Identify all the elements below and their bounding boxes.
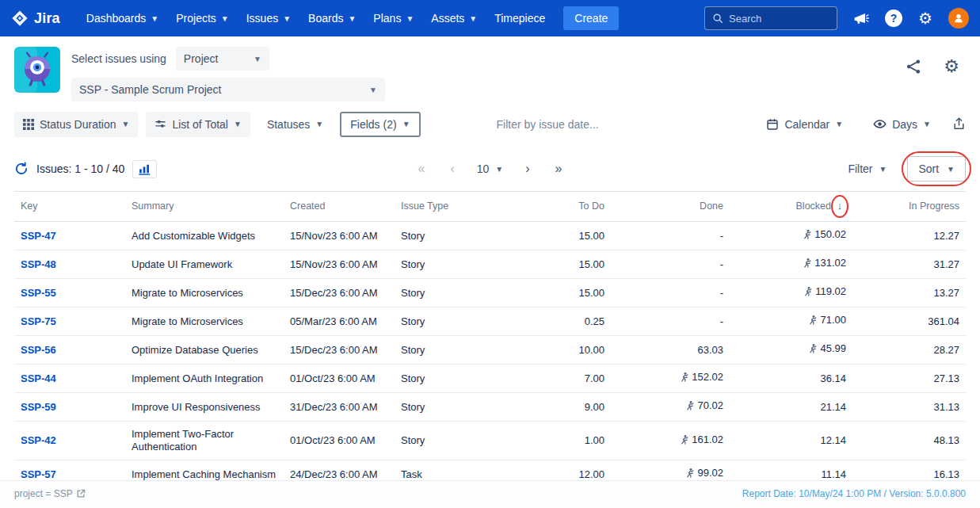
pagination-last-button[interactable]: » — [552, 160, 566, 178]
table-row: SSP-75Migrate to Microservices05/Mar/23 … — [14, 307, 966, 336]
sort-descending-icon[interactable]: ↓ — [833, 200, 846, 212]
pagination: « ‹ 10 ▼ › » — [415, 160, 566, 178]
share-icon — [906, 59, 921, 74]
issue-key-cell: SSP-59 — [14, 393, 125, 422]
issue-key-link[interactable]: SSP-57 — [21, 468, 56, 480]
table-row: SSP-55Migrate to Microservices15/Dec/23 … — [14, 279, 966, 307]
blocked-value: 12.14 — [730, 422, 852, 460]
issue-key-link[interactable]: SSP-48 — [21, 258, 56, 270]
issue-summary: Migrate to Microservices — [125, 279, 284, 307]
project-dropdown[interactable]: SSP - Sample Scrum Project ▼ — [71, 78, 385, 101]
time-unit-dropdown[interactable]: Days ▼ — [864, 111, 940, 137]
issue-key-cell: SSP-75 — [14, 307, 125, 336]
statuses-dropdown[interactable]: Statuses ▼ — [258, 112, 332, 137]
column-header-todo[interactable]: To Do — [478, 192, 611, 222]
issue-key-link[interactable]: SSP-55 — [21, 287, 56, 299]
inprogress-value: 27.13 — [852, 365, 966, 393]
issue-key-link[interactable]: SSP-75 — [21, 315, 56, 327]
create-button[interactable]: Create — [563, 6, 619, 30]
runner-icon — [801, 229, 812, 240]
pagination-next-button[interactable]: › — [522, 160, 532, 178]
view-format-dropdown[interactable]: List of Total ▼ — [146, 112, 250, 137]
done-value: 152.02 — [611, 365, 730, 393]
help-button[interactable]: ? — [885, 10, 902, 27]
report-header: Select issues using Project ▼ SSP - Samp… — [0, 36, 980, 108]
issue-key-link[interactable]: SSP-56 — [21, 344, 56, 356]
nav-item-dashboards[interactable]: Dashboards▼ — [78, 0, 167, 36]
done-value: - — [611, 222, 730, 250]
global-search[interactable] — [704, 6, 837, 30]
issue-date-filter-input[interactable] — [497, 118, 671, 131]
report-type-dropdown[interactable]: Status Duration ▼ — [14, 112, 138, 137]
done-value: - — [611, 307, 730, 336]
issue-summary: Optimize Database Queries — [125, 336, 284, 365]
chart-view-button[interactable] — [132, 160, 157, 178]
issue-key-link[interactable]: SSP-44 — [21, 372, 56, 384]
table-row: SSP-44Implement OAuth Integration01/Oct/… — [14, 365, 966, 393]
column-header-in-progress[interactable]: In Progress — [852, 192, 966, 222]
issue-created: 15/Nov/23 6:00 AM — [284, 222, 395, 250]
pagination-prev-button[interactable]: ‹ — [447, 160, 457, 178]
nav-item-boards[interactable]: Boards▼ — [299, 0, 364, 36]
refresh-icon — [14, 162, 29, 176]
column-header-summary[interactable]: Summary — [125, 192, 284, 222]
issue-created: 01/Oct/23 6:00 AM — [284, 365, 395, 393]
jql-link[interactable]: project = SSP — [14, 488, 86, 499]
done-value: 161.02 — [611, 422, 730, 460]
column-header-done[interactable]: Done — [611, 192, 730, 222]
table-row: SSP-56Optimize Database Queries15/Dec/23… — [14, 336, 966, 365]
fields-dropdown[interactable]: Fields (2) ▼ — [340, 112, 420, 137]
sort-dropdown[interactable]: Sort ▼ — [907, 156, 966, 181]
announcements-button[interactable] — [853, 11, 869, 25]
column-header-blocked[interactable]: Blocked ↓ — [730, 192, 852, 222]
export-button[interactable] — [952, 117, 966, 131]
inprogress-value: 28.27 — [852, 336, 966, 365]
sliders-icon — [154, 118, 166, 130]
avatar — [948, 8, 969, 29]
inprogress-value: 13.27 — [852, 279, 966, 307]
search-input[interactable] — [729, 13, 829, 25]
issue-type: Story — [395, 365, 478, 393]
gear-icon: ⚙ — [944, 58, 959, 75]
issue-key-link[interactable]: SSP-47 — [21, 230, 56, 242]
issue-key-link[interactable]: SSP-59 — [21, 401, 56, 413]
chevron-down-icon: ▼ — [369, 86, 377, 94]
inprogress-value: 12.27 — [852, 222, 966, 250]
issue-source-dropdown[interactable]: Project ▼ — [176, 47, 269, 71]
column-header-key[interactable]: Key — [14, 192, 125, 222]
issue-created: 31/Dec/23 6:00 AM — [284, 393, 395, 422]
pagination-first-button[interactable]: « — [415, 160, 429, 178]
blocked-value: 119.02 — [730, 279, 852, 307]
issues-table: Key Summary Created Issue Type To Do Don… — [14, 191, 966, 508]
issue-type: Story — [395, 307, 478, 336]
page-size-dropdown[interactable]: 10 ▼ — [477, 162, 503, 175]
nav-item-projects[interactable]: Projects▼ — [167, 0, 237, 36]
chevron-down-icon: ▼ — [495, 165, 503, 174]
chevron-down-icon: ▼ — [835, 120, 843, 128]
issue-type: Story — [395, 336, 478, 365]
nav-item-issues[interactable]: Issues▼ — [238, 0, 299, 36]
column-header-issue-type[interactable]: Issue Type — [395, 192, 478, 222]
share-button[interactable] — [906, 59, 921, 74]
nav-item-plans[interactable]: Plans▼ — [364, 0, 422, 36]
refresh-button[interactable] — [14, 162, 29, 176]
profile-button[interactable] — [948, 8, 969, 29]
issue-key-link[interactable]: SSP-42 — [21, 434, 56, 446]
report-settings-button[interactable]: ⚙ — [944, 58, 959, 75]
settings-button[interactable]: ⚙ — [918, 10, 932, 26]
issue-summary: Improve UI Responsiveness — [125, 393, 284, 422]
calendar-dropdown[interactable]: Calendar ▼ — [757, 112, 852, 137]
nav-item-timepiece[interactable]: Timepiece — [486, 0, 554, 36]
issue-type: Story — [395, 250, 478, 279]
filter-dropdown[interactable]: Filter ▼ — [848, 162, 887, 175]
chevron-down-icon: ▼ — [406, 14, 414, 23]
column-header-created[interactable]: Created — [284, 192, 395, 222]
jira-logo[interactable]: Jira — [11, 10, 60, 27]
issue-type: Story — [395, 279, 478, 307]
issue-summary: Implement Two-Factor Authentication — [125, 422, 284, 460]
select-issues-label: Select issues using — [71, 52, 166, 65]
done-value: 70.02 — [611, 393, 730, 422]
chevron-down-icon: ▼ — [348, 14, 356, 23]
nav-item-assets[interactable]: Assets▼ — [422, 0, 486, 36]
table-row: SSP-42Implement Two-Factor Authenticatio… — [14, 422, 966, 460]
